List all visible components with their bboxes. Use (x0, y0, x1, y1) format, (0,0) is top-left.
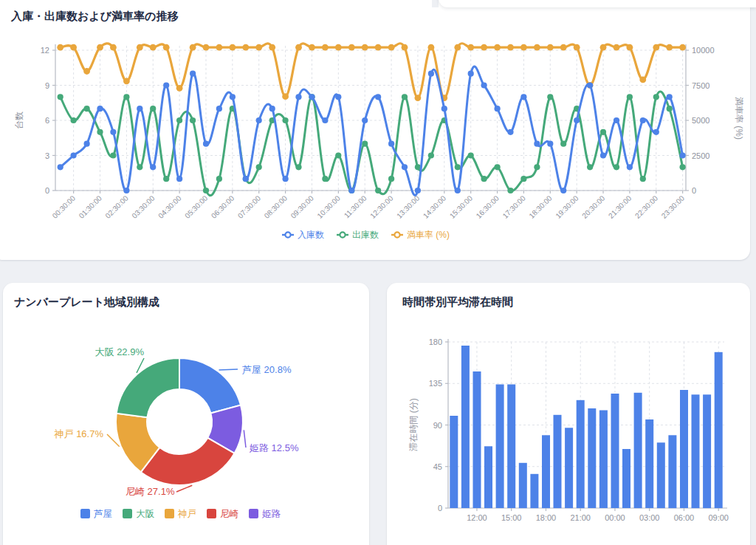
data-point[interactable] (230, 94, 236, 100)
data-point[interactable] (375, 94, 381, 100)
data-point[interactable] (243, 176, 249, 182)
bar[interactable] (680, 390, 688, 508)
data-point[interactable] (666, 44, 673, 51)
bar[interactable] (507, 385, 515, 509)
data-point[interactable] (375, 44, 382, 51)
data-point[interactable] (362, 44, 368, 51)
data-point[interactable] (560, 141, 566, 147)
data-point[interactable] (614, 117, 619, 123)
data-point[interactable] (520, 44, 527, 51)
data-point[interactable] (481, 44, 487, 51)
data-point[interactable] (348, 188, 354, 193)
data-point[interactable] (150, 44, 157, 51)
data-point[interactable] (176, 176, 182, 182)
data-point[interactable] (494, 44, 501, 51)
data-point[interactable] (110, 129, 116, 135)
legend-item-入庫数[interactable]: 入庫数 (282, 230, 324, 240)
donut-slice-芦屋[interactable] (179, 358, 241, 414)
data-point[interactable] (402, 164, 408, 170)
data-point[interactable] (627, 164, 633, 170)
data-point[interactable] (295, 44, 302, 51)
data-point[interactable] (163, 176, 169, 182)
data-point[interactable] (123, 188, 129, 193)
data-point[interactable] (428, 152, 434, 158)
bar[interactable] (484, 446, 492, 508)
data-point[interactable] (468, 71, 474, 77)
data-point[interactable] (415, 188, 421, 193)
data-point[interactable] (507, 44, 514, 51)
bar[interactable] (519, 463, 527, 508)
data-point[interactable] (295, 94, 301, 100)
data-point[interactable] (283, 117, 289, 123)
data-point[interactable] (627, 44, 633, 51)
data-point[interactable] (481, 176, 487, 182)
data-point[interactable] (468, 152, 474, 158)
data-point[interactable] (560, 188, 566, 193)
data-point[interactable] (467, 44, 474, 51)
data-point[interactable] (667, 94, 673, 100)
bar[interactable] (668, 435, 676, 508)
data-point[interactable] (520, 176, 526, 182)
bar[interactable] (461, 346, 470, 508)
data-point[interactable] (190, 44, 196, 51)
data-point[interactable] (137, 106, 142, 112)
data-point[interactable] (547, 44, 554, 51)
data-point[interactable] (587, 164, 593, 170)
data-point[interactable] (375, 188, 381, 193)
data-point[interactable] (322, 44, 329, 51)
data-point[interactable] (322, 176, 328, 182)
data-point[interactable] (534, 44, 540, 51)
data-point[interactable] (362, 117, 368, 123)
data-point[interactable] (507, 129, 513, 135)
data-point[interactable] (176, 85, 183, 92)
data-point[interactable] (600, 44, 607, 51)
data-point[interactable] (640, 117, 646, 123)
donut-legend-item-神戸[interactable]: 神戸 (165, 509, 196, 519)
bar[interactable] (599, 411, 608, 509)
data-point[interactable] (640, 176, 646, 182)
data-point[interactable] (507, 188, 513, 193)
data-point[interactable] (216, 106, 222, 112)
data-point[interactable] (402, 94, 408, 100)
data-point[interactable] (441, 106, 447, 112)
data-point[interactable] (547, 94, 553, 100)
bar[interactable] (450, 416, 458, 508)
bar[interactable] (715, 352, 723, 508)
data-point[interactable] (216, 176, 222, 182)
legend-item-満車率 (%)[interactable]: 満車率 (%) (391, 230, 450, 240)
data-point[interactable] (110, 152, 116, 158)
data-point[interactable] (534, 141, 540, 147)
data-point[interactable] (388, 176, 394, 182)
data-point[interactable] (600, 129, 606, 135)
data-point[interactable] (255, 44, 262, 51)
data-point[interactable] (176, 117, 182, 123)
data-point[interactable] (256, 164, 262, 170)
data-point[interactable] (269, 106, 275, 112)
data-point[interactable] (97, 44, 103, 51)
data-point[interactable] (190, 71, 196, 77)
data-point[interactable] (415, 95, 422, 101)
bar[interactable] (622, 449, 630, 508)
data-point[interactable] (614, 164, 619, 170)
data-point[interactable] (295, 164, 301, 170)
data-point[interactable] (309, 94, 315, 100)
data-point[interactable] (97, 129, 103, 135)
data-point[interactable] (547, 141, 553, 147)
data-point[interactable] (362, 141, 368, 147)
data-point[interactable] (190, 117, 196, 123)
data-point[interactable] (97, 106, 103, 112)
data-point[interactable] (83, 68, 90, 75)
data-point[interactable] (600, 152, 606, 158)
donut-legend-item-尼崎[interactable]: 尼崎 (207, 509, 239, 519)
bar[interactable] (611, 394, 619, 508)
data-point[interactable] (402, 44, 408, 51)
bar[interactable] (657, 442, 665, 508)
data-point[interactable] (203, 44, 210, 51)
bar[interactable] (634, 393, 642, 508)
data-point[interactable] (653, 44, 659, 51)
data-point[interactable] (680, 152, 686, 158)
data-point[interactable] (388, 44, 395, 51)
data-point[interactable] (574, 117, 580, 123)
data-point[interactable] (216, 44, 223, 51)
bar[interactable] (588, 408, 596, 508)
